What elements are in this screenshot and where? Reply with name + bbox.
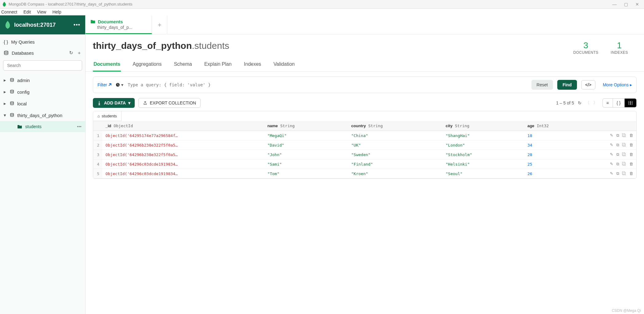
prev-page-icon[interactable]: 〈 xyxy=(585,100,590,106)
view-table-button[interactable] xyxy=(624,99,636,107)
clone-icon[interactable]: ⿻ xyxy=(622,162,626,166)
clone-icon[interactable]: ⿻ xyxy=(622,133,626,138)
more-options-link[interactable]: More Options ▸ xyxy=(603,82,632,87)
reset-button[interactable]: Reset xyxy=(531,80,553,90)
column-name[interactable]: name String xyxy=(264,121,348,131)
db-item-admin[interactable]: ▸admin xyxy=(0,74,85,86)
cell-age[interactable]: 18 xyxy=(524,131,593,140)
cell-city[interactable]: "ShangHai" xyxy=(443,131,524,140)
cell-country[interactable]: "China" xyxy=(348,131,443,140)
copy-icon[interactable]: ⧉ xyxy=(616,152,619,157)
edit-icon[interactable]: ✎ xyxy=(610,152,613,157)
view-list-button[interactable]: ≡ xyxy=(603,99,613,107)
tab-documents[interactable]: Documents thirty_days_of_p... xyxy=(85,15,152,34)
view-json-button[interactable]: { } xyxy=(613,99,624,107)
cell-name[interactable]: "David" xyxy=(264,140,348,150)
table-row[interactable]: 4ObjectId('64296c03dcde1919834…"Sami""Fi… xyxy=(93,159,636,169)
subtab-documents[interactable]: Documents xyxy=(93,58,121,72)
db-item-thirty-days[interactable]: ▾thirty_days_of_python xyxy=(0,109,85,121)
subtab-validation[interactable]: Validation xyxy=(273,58,295,71)
refresh-icon[interactable]: ↻ xyxy=(69,50,73,56)
menu-bar: Connect Edit View Help xyxy=(0,9,644,15)
cell-id[interactable]: ObjectId('64296b238e322f5f0a5… xyxy=(102,150,264,159)
clone-icon[interactable]: ⿻ xyxy=(622,143,626,147)
delete-icon[interactable]: 🗑 xyxy=(629,162,633,166)
menu-edit[interactable]: Edit xyxy=(23,10,31,14)
clone-icon[interactable]: ⿻ xyxy=(622,152,626,157)
cell-id[interactable]: ObjectId('64295174e77a296584f… xyxy=(102,131,264,140)
column-country[interactable]: country String xyxy=(348,121,443,131)
minimize-button[interactable]: — xyxy=(612,2,617,7)
cell-city[interactable]: "London" xyxy=(443,140,524,150)
cell-id[interactable]: ObjectId('64296b238e322f5f0a5… xyxy=(102,140,264,150)
cell-name[interactable]: "John" xyxy=(264,150,348,159)
cell-country[interactable]: "Sweden" xyxy=(348,150,443,159)
next-page-icon[interactable]: 〉 xyxy=(593,100,598,106)
copy-icon[interactable]: ⧉ xyxy=(616,133,619,138)
collection-item-students[interactable]: students ••• xyxy=(0,121,85,132)
collection-menu-icon[interactable]: ••• xyxy=(77,124,81,129)
menu-connect[interactable]: Connect xyxy=(1,10,17,14)
query-input[interactable] xyxy=(128,82,527,87)
caret-down-icon: ▾ xyxy=(128,100,130,105)
table-row[interactable]: 1ObjectId('64295174e77a296584f…"MegaQi""… xyxy=(93,131,636,140)
cell-name[interactable]: "Tom" xyxy=(264,169,348,179)
table-row[interactable]: 5ObjectId('64296c03dcde1919834…"Tom""Kro… xyxy=(93,169,636,179)
edit-icon[interactable]: ✎ xyxy=(610,171,613,176)
cell-age[interactable]: 25 xyxy=(524,159,593,169)
delete-icon[interactable]: 🗑 xyxy=(629,143,633,147)
menu-help[interactable]: Help xyxy=(52,10,61,14)
edit-icon[interactable]: ✎ xyxy=(610,133,613,138)
cell-country[interactable]: "Finland" xyxy=(348,159,443,169)
delete-icon[interactable]: 🗑 xyxy=(629,171,633,176)
clone-icon[interactable]: ⿻ xyxy=(622,171,626,176)
maximize-button[interactable]: ▢ xyxy=(624,2,628,7)
subtab-schema[interactable]: Schema xyxy=(173,58,193,71)
refresh-icon[interactable]: ↻ xyxy=(578,100,582,105)
cell-age[interactable]: 26 xyxy=(524,169,593,179)
db-item-local[interactable]: ▸local xyxy=(0,98,85,109)
column-city[interactable]: city String xyxy=(443,121,524,131)
cell-city[interactable]: "Stockholm" xyxy=(443,150,524,159)
table-row[interactable]: 2ObjectId('64296b238e322f5f0a5…"David""U… xyxy=(93,140,636,150)
add-data-button[interactable]: ⭳ADD DATA▾ xyxy=(93,98,135,108)
cell-id[interactable]: ObjectId('64296c03dcde1919834… xyxy=(102,159,264,169)
cell-city[interactable]: "Seoul" xyxy=(443,169,524,179)
delete-icon[interactable]: 🗑 xyxy=(629,152,633,157)
connection-menu-icon[interactable]: ••• xyxy=(74,22,80,28)
row-actions: ✎⧉⿻🗑 xyxy=(593,131,636,140)
my-queries-link[interactable]: { } My Queries xyxy=(0,34,85,47)
menu-view[interactable]: View xyxy=(37,10,46,14)
subtab-indexes[interactable]: Indexes xyxy=(243,58,262,71)
cell-country[interactable]: "UK" xyxy=(348,140,443,150)
filter-link[interactable]: Filter xyxy=(97,82,111,87)
table-row[interactable]: 3ObjectId('64296b238e322f5f0a5…"John""Sw… xyxy=(93,150,636,159)
close-button[interactable]: ✕ xyxy=(635,2,639,7)
copy-icon[interactable]: ⧉ xyxy=(616,143,619,147)
edit-icon[interactable]: ✎ xyxy=(610,143,613,147)
cell-age[interactable]: 28 xyxy=(524,150,593,159)
cell-age[interactable]: 34 xyxy=(524,140,593,150)
subtab-explain[interactable]: Explain Plan xyxy=(204,58,232,71)
cell-city[interactable]: "Helsinki" xyxy=(443,159,524,169)
export-collection-button[interactable]: EXPORT COLLECTION xyxy=(138,98,201,108)
cell-country[interactable]: "Kroen" xyxy=(348,169,443,179)
edit-icon[interactable]: ✎ xyxy=(610,162,613,166)
code-toggle-button[interactable]: </> xyxy=(581,80,595,89)
cell-name[interactable]: "Sami" xyxy=(264,159,348,169)
history-button[interactable]: ▾ xyxy=(116,82,123,87)
copy-icon[interactable]: ⧉ xyxy=(616,171,619,176)
subtab-aggregations[interactable]: Aggregations xyxy=(132,58,162,71)
add-database-icon[interactable]: ＋ xyxy=(77,50,81,56)
cell-id[interactable]: ObjectId('64296c03dcde1919834… xyxy=(102,169,264,179)
find-button[interactable]: Find xyxy=(557,80,577,90)
table-tab-students[interactable]: ⌂students xyxy=(93,111,121,121)
cell-name[interactable]: "MegaQi" xyxy=(264,131,348,140)
column-age[interactable]: age Int32 xyxy=(524,121,593,131)
new-tab-button[interactable]: ＋ xyxy=(152,15,167,34)
delete-icon[interactable]: 🗑 xyxy=(629,133,633,138)
column-_id[interactable]: _id ObjectId xyxy=(102,121,264,131)
copy-icon[interactable]: ⧉ xyxy=(616,162,619,166)
db-item-config[interactable]: ▸config xyxy=(0,86,85,98)
sidebar-search-input[interactable] xyxy=(3,60,82,71)
